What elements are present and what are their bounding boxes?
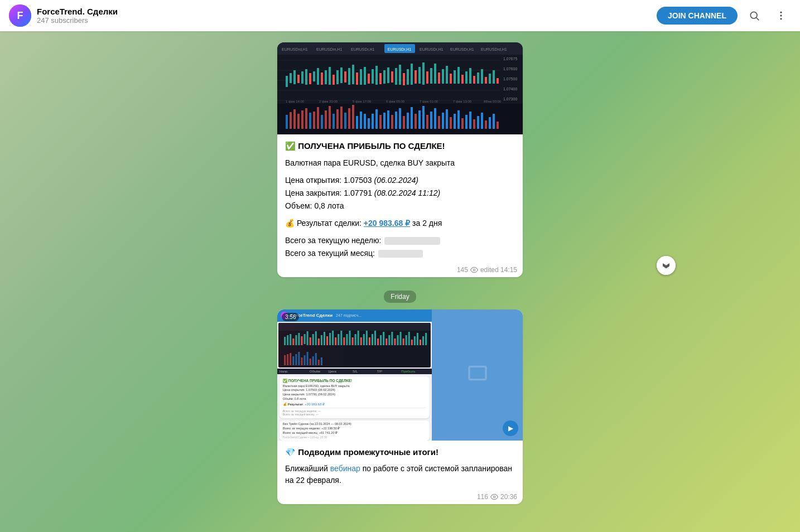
- svg-rect-125: [450, 117, 452, 129]
- view-count-2: 116: [477, 493, 488, 501]
- svg-rect-48: [368, 74, 370, 84]
- svg-rect-113: [403, 116, 405, 129]
- svg-rect-118: [422, 106, 425, 129]
- svg-rect-42: [344, 71, 346, 83]
- svg-rect-98: [344, 113, 346, 129]
- svg-rect-103: [364, 114, 366, 129]
- svg-rect-52: [383, 70, 385, 84]
- svg-rect-27: [286, 76, 288, 87]
- svg-rect-81: [497, 78, 499, 84]
- svg-rect-66: [438, 72, 440, 84]
- header-actions: JOIN CHANNEL: [657, 6, 791, 26]
- svg-rect-50: [375, 66, 378, 85]
- svg-rect-127: [457, 110, 460, 129]
- play-button-2[interactable]: ▶: [503, 420, 518, 436]
- svg-rect-43: [348, 68, 350, 85]
- svg-rect-133: [481, 113, 483, 129]
- svg-rect-134: [485, 120, 487, 129]
- svg-rect-40: [336, 70, 339, 84]
- view-count-1: 145: [457, 266, 468, 274]
- svg-rect-126: [454, 114, 456, 129]
- svg-rect-73: [465, 71, 468, 84]
- svg-rect-80: [493, 70, 495, 84]
- svg-rect-37: [325, 70, 327, 84]
- channel-avatar: F: [9, 4, 31, 27]
- svg-rect-83: [286, 115, 288, 129]
- svg-rect-74: [469, 68, 471, 84]
- svg-rect-128: [461, 118, 464, 129]
- svg-rect-101: [356, 116, 358, 129]
- svg-text:F: F: [17, 10, 23, 21]
- svg-rect-136: [493, 114, 495, 129]
- message-bubble-2: ForceTrend Сделки 247 подписч...: [277, 309, 523, 505]
- svg-rect-77: [481, 69, 483, 84]
- svg-text:EURUSDrd,H1: EURUSDrd,H1: [481, 47, 507, 51]
- svg-rect-76: [477, 72, 479, 84]
- msg1-month-line: Всего за текущий месяц:: [285, 248, 515, 260]
- svg-rect-112: [399, 108, 401, 129]
- svg-rect-106: [375, 109, 378, 129]
- svg-rect-68: [446, 66, 448, 84]
- svg-rect-96: [336, 109, 339, 129]
- svg-rect-108: [383, 113, 385, 129]
- svg-rect-135: [489, 117, 491, 129]
- svg-text:8Фев 00:00: 8Фев 00:00: [484, 100, 502, 103]
- svg-rect-110: [391, 115, 393, 129]
- svg-rect-49: [372, 69, 374, 84]
- date-badge-label: Friday: [384, 291, 416, 303]
- messages-content: EURUSDrd,H1 EURUSDm,H1 EURUSDr,H1 EURUSD…: [0, 31, 800, 532]
- svg-text:1.07600: 1.07600: [503, 67, 517, 71]
- svg-rect-131: [473, 119, 475, 129]
- svg-text:EURUSDr,H1: EURUSDr,H1: [420, 47, 444, 51]
- svg-rect-38: [329, 67, 331, 85]
- month-total-blurred: [378, 250, 423, 258]
- msg1-header: ✅ ПОЛУЧЕНА ПРИБЫЛЬ ПО СДЕЛКЕ!: [285, 140, 515, 153]
- svg-rect-91: [317, 107, 319, 129]
- svg-rect-33: [309, 73, 311, 84]
- svg-rect-39: [332, 75, 335, 85]
- svg-rect-87: [301, 110, 303, 129]
- svg-text:6 фев 05:00: 6 фев 05:00: [386, 100, 405, 103]
- svg-text:1.07400: 1.07400: [503, 87, 517, 91]
- svg-rect-69: [450, 74, 452, 84]
- join-channel-button[interactable]: JOIN CHANNEL: [657, 7, 738, 25]
- edited-time-1: edited 14:15: [480, 266, 517, 274]
- svg-rect-59: [411, 64, 413, 85]
- share-button-1[interactable]: [657, 256, 676, 275]
- svg-rect-120: [430, 112, 432, 129]
- svg-rect-86: [297, 114, 300, 129]
- svg-rect-71: [457, 67, 460, 84]
- channel-info: ForceTrend. Сделки 247 subscribers: [37, 7, 657, 25]
- message-2-text: 💎 Подводим промежуточные итоги! Ближайши…: [277, 441, 523, 492]
- svg-rect-75: [473, 76, 475, 84]
- svg-text:1 фев 14:00: 1 фев 14:00: [286, 100, 305, 103]
- svg-rect-51: [379, 73, 382, 84]
- svg-rect-60: [415, 70, 417, 84]
- svg-text:EURUSDr,H1: EURUSDr,H1: [450, 47, 474, 51]
- svg-rect-29: [293, 70, 296, 84]
- eye-icon-1: [470, 266, 478, 274]
- svg-rect-35: [317, 68, 319, 85]
- svg-text:1.07500: 1.07500: [503, 77, 517, 81]
- svg-text:EURUSDr,H1: EURUSDr,H1: [388, 47, 412, 51]
- search-button[interactable]: [744, 6, 764, 26]
- message-1-text: ✅ ПОЛУЧЕНА ПРИБЫЛЬ ПО СДЕЛКЕ! Валютная п…: [277, 134, 523, 265]
- svg-rect-99: [348, 108, 350, 129]
- svg-line-3: [756, 18, 759, 21]
- svg-rect-116: [415, 114, 417, 129]
- more-menu-button[interactable]: [771, 6, 791, 26]
- webinar-link[interactable]: вебинар: [330, 464, 360, 473]
- svg-rect-53: [387, 67, 389, 83]
- svg-rect-58: [407, 69, 409, 85]
- screenshot-image: ForceTrend Сделки 247 подписч...: [277, 309, 523, 441]
- svg-rect-34: [313, 71, 315, 81]
- svg-rect-78: [485, 77, 487, 84]
- svg-rect-90: [313, 112, 315, 129]
- messages-list: EURUSDrd,H1 EURUSDm,H1 EURUSDr,H1 EURUSD…: [149, 31, 651, 532]
- svg-rect-70: [454, 70, 456, 84]
- svg-text:2 фев 20:00: 2 фев 20:00: [319, 100, 338, 103]
- svg-rect-92: [321, 115, 323, 129]
- svg-rect-105: [372, 114, 374, 129]
- svg-text:EURUSDm,H1: EURUSDm,H1: [316, 47, 342, 51]
- svg-rect-104: [368, 118, 370, 129]
